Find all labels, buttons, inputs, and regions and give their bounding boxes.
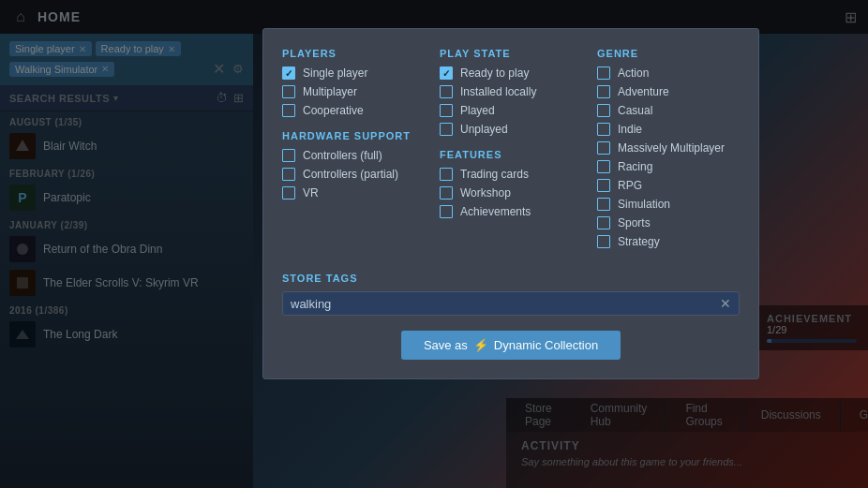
filter-strategy[interactable]: Strategy xyxy=(597,235,740,248)
filter-indie[interactable]: Indie xyxy=(597,123,740,136)
checkbox-multiplayer[interactable] xyxy=(282,85,295,98)
checkbox-simulation[interactable] xyxy=(597,198,610,211)
save-button-row: Save as ⚡ Dynamic Collection xyxy=(282,331,740,360)
filter-col-3: GENRE Action Adventure Casual Indie Mass… xyxy=(597,48,740,254)
features-section-title: FEATURES xyxy=(440,149,582,160)
filter-single-player[interactable]: Single player xyxy=(282,67,425,80)
label-workshop: Workshop xyxy=(460,186,511,200)
label-controllers-partial: Controllers (partial) xyxy=(303,168,398,181)
store-tags-title: STORE TAGS xyxy=(282,273,740,284)
filter-modal: PLAYERS Single player Multiplayer Cooper… xyxy=(262,28,759,379)
label-trading-cards: Trading cards xyxy=(460,168,529,181)
genre-section-title: GENRE xyxy=(597,48,740,59)
store-tags-input-row: ✕ xyxy=(282,291,740,316)
label-multiplayer: Multiplayer xyxy=(303,85,357,98)
checkbox-played[interactable] xyxy=(440,104,453,117)
filter-action[interactable]: Action xyxy=(597,67,740,80)
label-simulation: Simulation xyxy=(618,198,670,211)
checkbox-sports[interactable] xyxy=(597,216,610,229)
checkbox-adventure[interactable] xyxy=(597,85,610,98)
checkbox-ready-to-play[interactable] xyxy=(440,67,453,80)
checkbox-trading-cards[interactable] xyxy=(440,168,453,181)
filter-casual[interactable]: Casual xyxy=(597,104,740,117)
label-action: Action xyxy=(618,67,649,80)
filter-massively-multiplayer[interactable]: Massively Multiplayer xyxy=(597,141,740,155)
filter-sports[interactable]: Sports xyxy=(597,216,740,229)
label-controllers-full: Controllers (full) xyxy=(303,149,382,162)
checkbox-achievements[interactable] xyxy=(440,205,453,218)
label-cooperative: Cooperative xyxy=(303,104,364,117)
filter-col-1: PLAYERS Single player Multiplayer Cooper… xyxy=(282,48,425,254)
filter-workshop[interactable]: Workshop xyxy=(440,186,582,200)
filter-col-2: PLAY STATE Ready to play Installed local… xyxy=(440,48,582,254)
save-dynamic-collection-button[interactable]: Save as ⚡ Dynamic Collection xyxy=(401,331,621,360)
label-racing: Racing xyxy=(618,160,652,173)
filter-simulation[interactable]: Simulation xyxy=(597,198,740,211)
label-unplayed: Unplayed xyxy=(460,123,508,136)
filter-vr[interactable]: VR xyxy=(282,186,425,200)
label-vr: VR xyxy=(303,186,319,200)
checkbox-massively-multiplayer[interactable] xyxy=(597,141,610,155)
store-tags-clear-icon[interactable]: ✕ xyxy=(720,296,731,311)
checkbox-single-player[interactable] xyxy=(282,67,295,80)
store-tags-section: STORE TAGS ✕ xyxy=(282,273,740,316)
hardware-section-title: HARDWARE SUPPORT xyxy=(282,130,425,141)
checkbox-strategy[interactable] xyxy=(597,235,610,248)
filter-played[interactable]: Played xyxy=(440,104,582,117)
label-casual: Casual xyxy=(618,104,652,117)
label-massively-multiplayer: Massively Multiplayer xyxy=(618,141,725,155)
filter-achievements[interactable]: Achievements xyxy=(440,205,582,218)
dynamic-collection-label: Dynamic Collection xyxy=(494,338,598,352)
filter-controllers-partial[interactable]: Controllers (partial) xyxy=(282,168,425,181)
bolt-icon: ⚡ xyxy=(473,338,488,352)
filter-racing[interactable]: Racing xyxy=(597,160,740,173)
filter-controllers-full[interactable]: Controllers (full) xyxy=(282,149,425,162)
checkbox-rpg[interactable] xyxy=(597,179,610,192)
label-indie: Indie xyxy=(618,123,642,136)
label-rpg: RPG xyxy=(618,179,642,192)
checkbox-controllers-full[interactable] xyxy=(282,149,295,162)
label-achievements: Achievements xyxy=(460,205,531,218)
filter-cooperative[interactable]: Cooperative xyxy=(282,104,425,117)
label-adventure: Adventure xyxy=(618,85,669,98)
save-button-label: Save as xyxy=(424,338,468,352)
label-ready-to-play: Ready to play xyxy=(460,67,529,80)
label-installed-locally: Installed locally xyxy=(460,85,536,98)
label-played: Played xyxy=(460,104,495,117)
filter-installed-locally[interactable]: Installed locally xyxy=(440,85,582,98)
store-tags-input[interactable] xyxy=(291,297,720,311)
checkbox-cooperative[interactable] xyxy=(282,104,295,117)
filter-trading-cards[interactable]: Trading cards xyxy=(440,168,582,181)
label-strategy: Strategy xyxy=(618,235,660,248)
checkbox-racing[interactable] xyxy=(597,160,610,173)
label-sports: Sports xyxy=(618,216,651,229)
checkbox-workshop[interactable] xyxy=(440,186,453,200)
play-state-section-title: PLAY STATE xyxy=(440,48,582,59)
checkbox-installed-locally[interactable] xyxy=(440,85,453,98)
checkbox-indie[interactable] xyxy=(597,123,610,136)
filter-multiplayer[interactable]: Multiplayer xyxy=(282,85,425,98)
checkbox-casual[interactable] xyxy=(597,104,610,117)
players-section-title: PLAYERS xyxy=(282,48,425,59)
checkbox-action[interactable] xyxy=(597,67,610,80)
filter-ready-to-play[interactable]: Ready to play xyxy=(440,67,582,80)
label-single-player: Single player xyxy=(303,67,367,80)
filter-adventure[interactable]: Adventure xyxy=(597,85,740,98)
filter-rpg[interactable]: RPG xyxy=(597,179,740,192)
filter-modal-grid: PLAYERS Single player Multiplayer Cooper… xyxy=(282,48,740,254)
filter-unplayed[interactable]: Unplayed xyxy=(440,123,582,136)
checkbox-controllers-partial[interactable] xyxy=(282,168,295,181)
checkbox-unplayed[interactable] xyxy=(440,123,453,136)
checkbox-vr[interactable] xyxy=(282,186,295,200)
